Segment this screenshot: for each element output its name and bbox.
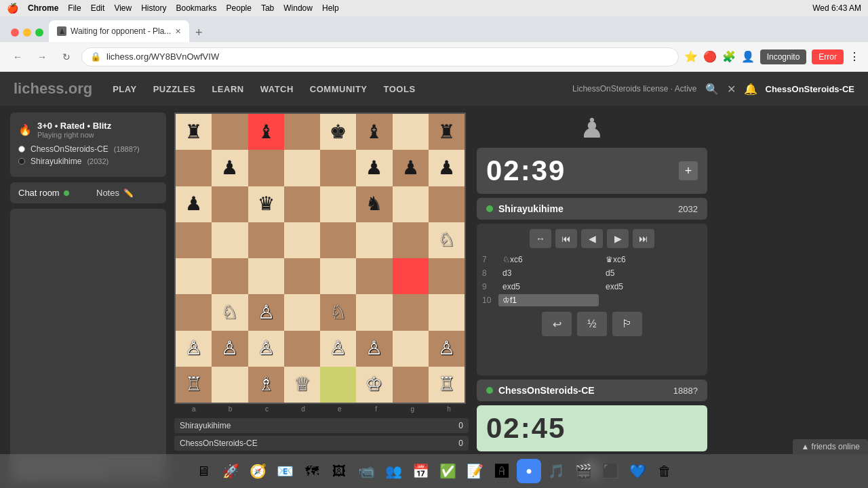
extensions-icon[interactable]: 🧩 — [722, 50, 736, 63]
menubar-history[interactable]: History — [141, 3, 166, 13]
square-g1[interactable] — [393, 367, 429, 403]
square-d6[interactable] — [284, 186, 320, 222]
dock-terminal[interactable]: ⬛ — [598, 459, 623, 483]
square-g6[interactable] — [393, 186, 429, 222]
move-7-white[interactable]: ♘xc6 — [498, 253, 599, 266]
nav-tools[interactable]: TOOLS — [384, 84, 416, 94]
square-b2[interactable]: ♙ — [212, 331, 248, 367]
menubar-file[interactable]: File — [68, 3, 81, 13]
square-a2[interactable]: ♙ — [176, 331, 212, 367]
square-a6[interactable]: ♟ — [176, 186, 212, 222]
first-move-button[interactable]: ⏮ — [555, 229, 577, 248]
square-a7[interactable] — [176, 150, 212, 186]
close-icon[interactable]: ✕ — [727, 83, 736, 96]
square-c1[interactable]: ♗ — [248, 367, 284, 403]
square-b5[interactable] — [212, 222, 248, 258]
square-d4[interactable] — [284, 258, 320, 294]
menubar-view[interactable]: View — [114, 3, 132, 13]
dock-chrome[interactable]: ● — [517, 459, 541, 483]
square-c3[interactable]: ♙ — [248, 294, 284, 330]
square-h2[interactable]: ♙ — [429, 331, 465, 367]
square-b1[interactable] — [212, 367, 248, 403]
move-7-black[interactable]: ♛xc6 — [601, 253, 702, 266]
menubar-people[interactable]: People — [226, 3, 252, 13]
square-d3[interactable] — [284, 294, 320, 330]
square-b8[interactable] — [212, 114, 248, 150]
square-e4[interactable] — [320, 258, 356, 294]
flip-board-button[interactable]: ↔ — [530, 229, 551, 248]
player-white-name[interactable]: ChessOnSteroids-CE — [31, 144, 108, 154]
menubar-window[interactable]: Window — [283, 3, 313, 13]
dock-appstore[interactable]: 🅰 — [490, 459, 514, 483]
apple-logo-icon[interactable]: 🍎 — [7, 3, 18, 14]
square-a1[interactable]: ♖ — [176, 367, 212, 403]
square-f6[interactable]: ♞ — [356, 186, 392, 222]
dock-launchpad[interactable]: 🚀 — [218, 459, 243, 483]
draw-button[interactable]: ½ — [577, 312, 607, 336]
tab-close-button[interactable]: ✕ — [175, 27, 181, 36]
nav-community[interactable]: COMMUNITY — [310, 84, 368, 94]
menubar-bookmarks[interactable]: Bookmarks — [176, 3, 217, 13]
dock-finder[interactable]: 🖥 — [191, 459, 216, 483]
dock-notes[interactable]: 📝 — [462, 459, 487, 483]
search-icon[interactable]: 🔍 — [705, 83, 719, 96]
my-name[interactable]: ChessOnSteroids-CE — [498, 385, 668, 396]
resign-button[interactable]: 🏳 — [612, 312, 642, 336]
square-g7[interactable]: ♟ — [393, 150, 429, 186]
bookmark-icon[interactable]: ⭐ — [684, 50, 698, 63]
square-h5[interactable]: ♘ — [429, 222, 465, 258]
timer-add-button[interactable]: + — [679, 161, 698, 180]
header-link[interactable]: LichessOnSteroids license · Active — [572, 84, 696, 94]
dock-itunes[interactable]: 🎬 — [571, 459, 595, 483]
square-a3[interactable] — [176, 294, 212, 330]
dock-vscode[interactable]: 💙 — [625, 459, 650, 483]
dock-calendar[interactable]: 📅 — [408, 459, 433, 483]
notes-tab[interactable]: Notes ✏️ — [88, 182, 166, 203]
menubar-edit[interactable]: Edit — [91, 3, 105, 13]
square-e5[interactable] — [320, 222, 356, 258]
friends-bar[interactable]: ▲ friends online — [793, 439, 868, 454]
square-e3[interactable]: ♘ — [320, 294, 356, 330]
square-e6[interactable] — [320, 186, 356, 222]
square-g8[interactable] — [393, 114, 429, 150]
square-f7[interactable]: ♟ — [356, 150, 392, 186]
square-h1[interactable]: ♖ — [429, 367, 465, 403]
menubar-app-name[interactable]: Chrome — [28, 3, 58, 13]
square-d7[interactable] — [284, 150, 320, 186]
chat-tab[interactable]: Chat room — [10, 182, 88, 203]
player-black-name[interactable]: Shirayukihime — [31, 157, 81, 166]
dock-maps[interactable]: 🗺 — [300, 459, 324, 483]
back-button[interactable]: ← — [8, 47, 27, 66]
square-h3[interactable] — [429, 294, 465, 330]
square-b7[interactable]: ♟ — [212, 150, 248, 186]
dock-trash[interactable]: 🗑 — [652, 459, 677, 483]
square-c5[interactable] — [248, 222, 284, 258]
nav-watch[interactable]: WATCH — [260, 84, 294, 94]
square-b4[interactable] — [212, 258, 248, 294]
active-tab[interactable]: ♟ Waiting for opponent - Pla... ✕ — [49, 20, 189, 42]
dock-mail[interactable]: 📧 — [273, 459, 297, 483]
move-8-black[interactable]: d5 — [601, 267, 702, 279]
square-e2[interactable]: ♙ — [320, 331, 356, 367]
square-c7[interactable] — [248, 150, 284, 186]
profile-icon[interactable]: 👤 — [741, 50, 755, 63]
dock-reminders[interactable]: ✅ — [435, 459, 460, 483]
prev-move-button[interactable]: ◀ — [581, 229, 603, 248]
nav-play[interactable]: PLAY — [113, 84, 136, 94]
square-c4[interactable] — [248, 258, 284, 294]
square-f4[interactable] — [356, 258, 392, 294]
square-e7[interactable] — [320, 150, 356, 186]
menubar-help[interactable]: Help — [322, 3, 339, 13]
dock-safari[interactable]: 🧭 — [245, 459, 270, 483]
square-g2[interactable] — [393, 331, 429, 367]
dock-music[interactable]: 🎵 — [544, 459, 568, 483]
new-tab-button[interactable]: + — [189, 23, 208, 42]
square-d1[interactable]: ♕ — [284, 367, 320, 403]
lichess-logo[interactable]: lichess.org — [14, 80, 92, 98]
error-button[interactable]: Error — [812, 49, 844, 64]
square-f2[interactable]: ♙ — [356, 331, 392, 367]
square-d8[interactable] — [284, 114, 320, 150]
url-bar[interactable]: 🔒 lichess.org/WY8BVnOwfVIW — [81, 47, 679, 66]
square-b3[interactable]: ♘ — [212, 294, 248, 330]
forward-button[interactable]: → — [33, 47, 52, 66]
